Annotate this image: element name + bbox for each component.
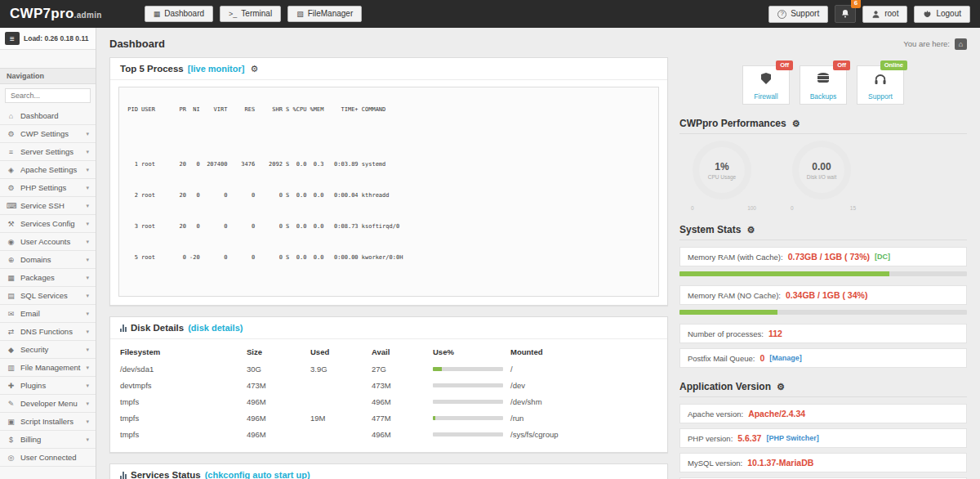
top-process-panel: Top 5 Process [live monitor] ⚙ PID USER … (109, 57, 668, 306)
sidebar-item-icon: ▥ (7, 364, 16, 372)
disk-used: 19M (310, 414, 372, 423)
logout-button[interactable]: Logout (914, 6, 970, 23)
chevron-down-icon: ▾ (86, 436, 89, 443)
sidebar-item[interactable]: ▣ Script Installers ▾ (0, 413, 96, 431)
sidebar-item[interactable]: ◎ User Connected (0, 449, 96, 467)
load-indicator: ≡ Load: 0.26 0.18 0.11 (0, 28, 96, 50)
chevron-down-icon: ▾ (86, 275, 89, 281)
chevron-down-icon: ▾ (86, 329, 89, 335)
sidebar-item[interactable]: ◆ Security ▾ (0, 341, 96, 359)
gauge-value: 1% (715, 161, 728, 172)
sidebar-item[interactable]: ⌨ Service SSH ▾ (0, 197, 96, 215)
topbar-nav-button[interactable]: ▦ Dashboard (145, 6, 213, 22)
gear-icon[interactable]: ⚙ (250, 65, 258, 74)
top-process-title: Top 5 Process (120, 64, 184, 74)
gear-icon[interactable]: ⚙ (792, 119, 800, 128)
chevron-down-icon: ▾ (86, 311, 89, 317)
sidebar-item-label: Apache Settings (20, 165, 81, 174)
topbar-nav-button[interactable]: >_ Terminal (220, 6, 281, 22)
memory-cache-value: 0.73GB / 1GB ( 73%) (788, 252, 870, 262)
gauge-ring: 1% CPU Usage (693, 141, 751, 199)
memory-nocache-value: 0.34GB / 1GB ( 34%) (786, 290, 867, 300)
sidebar-item-icon: ◈ (7, 166, 16, 174)
manage-link[interactable]: [Manage] (769, 354, 802, 362)
sidebar-item[interactable]: ⌂ Dashboard (0, 107, 96, 125)
disk-table-header: Filesystem Size Used Avail Use% (120, 342, 657, 360)
sidebar-item[interactable]: ⚒ Services Config ▾ (0, 215, 96, 233)
dc-link[interactable]: [DC] (875, 253, 890, 261)
sidebar-item[interactable]: $ Billing ▾ (0, 431, 96, 449)
topbar-nav-button[interactable]: ▧ FileManager (287, 6, 362, 22)
sidebar-item[interactable]: ✎ Developer Menu ▾ (0, 395, 96, 413)
gauge-ring: 0.00 Disk I/O wait (792, 141, 851, 199)
support-label: Support (791, 10, 819, 18)
menu-icon[interactable]: ≡ (5, 32, 20, 45)
nav-button-label: FileManager (308, 10, 354, 18)
version-row: Apache version: Apache/2.4.34 (679, 404, 967, 423)
process-line: 3 root 20 0 0 0 0 S 0.0 0.0 0:08.73 ksof… (124, 223, 653, 231)
process-line: 2 root 20 0 0 0 0 S 0.0 0.0 0:00.04 kthr… (124, 192, 653, 200)
sidebar-item[interactable]: ▥ File Management ▾ (0, 359, 96, 377)
services-status-header: Services Status (chkconfig auto start up… (110, 464, 667, 479)
status-badge: Off (776, 60, 793, 70)
sidebar-item-label: User Connected (20, 453, 84, 462)
status-badge: Off (833, 60, 850, 70)
sidebar-item-icon: ▤ (7, 292, 16, 300)
nav-button-icon: ▧ (296, 11, 304, 18)
sidebar-item-label: Service SSH (20, 201, 81, 210)
disk-details-link[interactable]: (disk details) (188, 323, 243, 333)
sidebar-item-label: File Management (20, 363, 81, 372)
sidebar-item-icon: ◉ (7, 238, 16, 246)
disk-details-header: Disk Details (disk details) (110, 317, 667, 339)
chevron-down-icon: ▾ (86, 419, 89, 425)
status-card[interactable]: Off Firewall (742, 65, 790, 105)
live-monitor-link[interactable]: [live monitor] (188, 64, 245, 74)
sidebar-item[interactable]: ✉ Email ▾ (0, 305, 96, 323)
support-button[interactable]: ? Support (768, 6, 828, 23)
user-button[interactable]: root (862, 6, 907, 23)
home-icon[interactable]: ⌂ (955, 38, 967, 50)
sidebar-item-icon: ◆ (7, 346, 16, 354)
disk-avail: 473M (372, 381, 433, 390)
sidebar-item[interactable]: ⚙ PHP Settings ▾ (0, 179, 96, 197)
topbar-right: ? Support 6 root Logout (768, 5, 970, 23)
sidebar-item[interactable]: ▦ Packages ▾ (0, 269, 96, 287)
question-icon: ? (777, 10, 786, 19)
left-column: Top 5 Process [live monitor] ⚙ PID USER … (109, 57, 668, 479)
user-label: root (884, 10, 898, 18)
sidebar-item[interactable]: ✚ Plugins ▾ (0, 377, 96, 395)
gear-icon[interactable]: ⚙ (746, 226, 755, 235)
app-root: CWP7pro.admin ▦ Dashboard >_ Terminal ▧ … (0, 0, 980, 479)
sidebar-item-icon: ✚ (7, 382, 16, 390)
app-logo[interactable]: CWP7pro.admin (10, 6, 102, 22)
version-link[interactable]: [PHP Switcher] (766, 434, 818, 442)
chart-icon (120, 325, 127, 332)
content: Top 5 Process [live monitor] ⚙ PID USER … (96, 57, 980, 479)
performance-gauge: 0.00 Disk I/O wait 0 15 (784, 141, 859, 211)
sidebar-item[interactable]: ⊕ Domains ▾ (0, 251, 96, 269)
disk-use-fill (433, 367, 442, 371)
sidebar-item[interactable]: ≡ Server Settings ▾ (0, 143, 96, 161)
sidebar-item-label: Developer Menu (20, 399, 81, 408)
status-badge: Online (880, 60, 907, 70)
sidebar-item[interactable]: ▤ SQL Services ▾ (0, 287, 96, 305)
sidebar-item[interactable]: ◈ Apache Settings ▾ (0, 161, 96, 179)
status-card[interactable]: Online Support (857, 65, 904, 105)
sidebar-item-icon: ◎ (7, 454, 16, 462)
disk-use-bar (433, 432, 510, 436)
status-card[interactable]: Off Backups (800, 65, 847, 105)
mail-queue-row: Postfix Mail Queue: 0 [Manage] (679, 348, 967, 368)
processes-row: Number of processes: 112 (679, 324, 967, 343)
disk-size: 30G (247, 365, 310, 374)
sidebar-item[interactable]: ⇄ DNS Functions ▾ (0, 323, 96, 341)
gauge-min: 0 (691, 205, 694, 211)
gear-icon[interactable]: ⚙ (777, 383, 785, 392)
disk-avail: 496M (372, 397, 433, 406)
notifications-button[interactable]: 6 (835, 5, 856, 23)
main-header: Dashboard You are here: ⌂ (96, 28, 980, 57)
sidebar-search-input[interactable] (5, 88, 91, 103)
sidebar-item[interactable]: ◉ User Accounts ▾ (0, 233, 96, 251)
chkconfig-link[interactable]: (chkconfig auto start up) (205, 470, 310, 479)
version-value: Apache/2.4.34 (748, 409, 805, 419)
sidebar-item[interactable]: ⚙ CWP Settings ▾ (0, 125, 96, 143)
